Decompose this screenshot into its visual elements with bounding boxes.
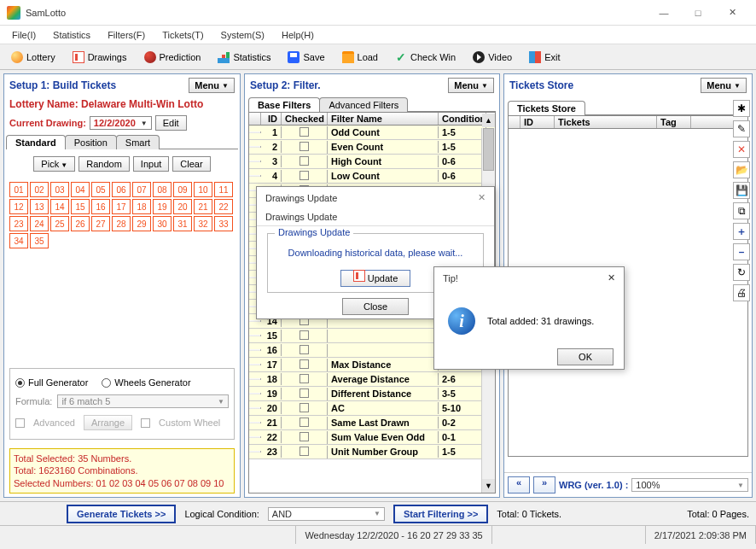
tab-base-filters[interactable]: Base Filters [248,97,320,112]
number-07[interactable]: 07 [132,182,151,197]
setup2-menu[interactable]: Menu [448,78,494,93]
input-button[interactable]: Input [133,156,169,172]
menu-file[interactable]: File(I) [3,28,44,42]
close-button[interactable]: ✕ [715,0,749,26]
tab-position[interactable]: Position [65,135,117,149]
tab-standard[interactable]: Standard [6,135,66,149]
number-12[interactable]: 12 [9,199,28,214]
filter-checkbox[interactable] [299,432,309,441]
number-09[interactable]: 09 [173,182,192,197]
tab-tickets-store[interactable]: Tickets Store [508,101,585,115]
tab-smart[interactable]: Smart [116,135,160,149]
ok-button[interactable]: OK [557,348,614,365]
filter-checkbox[interactable] [299,403,309,412]
number-06[interactable]: 06 [112,182,131,197]
number-35[interactable]: 35 [30,233,49,248]
filter-checkbox[interactable] [299,359,309,369]
edit-button[interactable]: Edit [155,115,187,131]
number-18[interactable]: 18 [132,199,151,214]
filter-checkbox[interactable] [299,388,309,398]
current-drawing-date[interactable]: 12/2/2020 [90,116,152,130]
maximize-button[interactable]: □ [681,0,715,26]
scroll-thumb[interactable] [483,128,494,171]
chk-custom-wheel[interactable] [141,418,150,428]
store-menu[interactable]: Menu [701,78,747,93]
number-13[interactable]: 13 [30,199,49,214]
dlg-update-close-icon[interactable]: ✕ [478,192,486,203]
nav-next[interactable]: » [533,476,555,494]
tool-save-icon[interactable]: 💾 [733,182,750,199]
tb-checkwin[interactable]: ✓Check Win [387,48,463,67]
formula-combo[interactable]: if 6 match 5 [57,394,229,408]
scroll-down-icon[interactable]: ▼ [482,479,495,493]
tb-save[interactable]: Save [280,48,332,67]
number-23[interactable]: 23 [9,216,28,231]
arrange-button[interactable]: Arrange [84,415,132,430]
filter-checkbox[interactable] [299,447,309,456]
number-02[interactable]: 02 [30,182,49,197]
tool-remove-icon[interactable]: － [733,243,750,260]
number-03[interactable]: 03 [50,182,69,197]
tool-open-icon[interactable]: 📂 [733,161,750,178]
number-33[interactable]: 33 [214,216,233,231]
generate-tickets-button[interactable]: Generate Tickets >> [67,505,176,523]
number-11[interactable]: 11 [214,182,233,197]
menu-tickets[interactable]: Tickets(T) [154,28,212,42]
number-14[interactable]: 14 [50,199,69,214]
number-29[interactable]: 29 [132,216,151,231]
clear-button[interactable]: Clear [172,156,210,172]
chk-advanced[interactable] [15,418,25,428]
filter-row[interactable]: 20AC5-10 [249,401,495,416]
filter-row[interactable]: 22Sum Value Even Odd0-1 [249,430,495,445]
random-button[interactable]: Random [79,156,130,172]
number-25[interactable]: 25 [50,216,69,231]
filter-row[interactable]: 3High Count0-6 [249,155,495,169]
filter-checkbox[interactable] [299,142,309,151]
number-10[interactable]: 10 [194,182,212,197]
number-01[interactable]: 01 [9,182,28,197]
setup1-menu[interactable]: Menu [189,78,235,93]
radio-wheels-generator[interactable]: Wheels Generator [102,377,190,388]
tb-load[interactable]: Load [334,48,386,67]
radio-full-generator[interactable]: Full Generator [15,377,88,388]
number-22[interactable]: 22 [214,199,233,214]
filter-checkbox[interactable] [299,374,309,383]
menu-statistics[interactable]: Statistics [44,28,99,42]
scroll-up-icon[interactable]: ▲ [482,114,495,127]
logical-condition-combo[interactable]: AND [268,507,385,521]
filter-checkbox[interactable] [299,330,309,340]
tool-delete-icon[interactable]: ✕ [733,141,750,158]
number-17[interactable]: 17 [112,199,131,214]
dlg-tip-close-icon[interactable]: ✕ [608,272,615,283]
start-filtering-button[interactable]: Start Filtering >> [393,505,488,523]
number-15[interactable]: 15 [71,199,90,214]
number-31[interactable]: 31 [173,216,192,231]
nav-first[interactable]: « [508,476,530,494]
close-button-dlg[interactable]: Close [342,298,409,315]
filter-checkbox[interactable] [299,345,309,354]
tool-copy-icon[interactable]: ⧉ [733,202,750,219]
tab-advanced-filters[interactable]: Advanced Filters [319,97,408,112]
tool-print-icon[interactable]: 🖨 [733,284,750,301]
filter-checkbox[interactable] [299,418,309,427]
number-32[interactable]: 32 [194,216,212,231]
tb-video[interactable]: Video [465,48,520,67]
filter-row[interactable]: 23Unit Number Group1-5 [249,445,495,459]
number-34[interactable]: 34 [9,233,28,248]
tool-new-icon[interactable]: ✱ [733,100,750,117]
tb-drawings[interactable]: Drawings [65,48,135,67]
number-28[interactable]: 28 [112,216,131,231]
tb-lottery[interactable]: Lottery [3,48,63,67]
number-26[interactable]: 26 [71,216,90,231]
zoom-combo[interactable]: 100% [631,478,748,492]
menu-system[interactable]: System(S) [212,28,273,42]
minimize-button[interactable]: — [647,0,681,26]
tool-refresh-icon[interactable]: ↻ [733,264,750,281]
number-08[interactable]: 08 [153,182,172,197]
update-button[interactable]: Update [340,270,411,287]
tool-add-icon[interactable]: ＋ [733,223,750,240]
number-16[interactable]: 16 [91,199,110,214]
number-20[interactable]: 20 [173,199,192,214]
filter-row[interactable]: 18Average Distance2-6 [249,372,495,387]
tb-prediction[interactable]: Prediction [137,48,209,67]
